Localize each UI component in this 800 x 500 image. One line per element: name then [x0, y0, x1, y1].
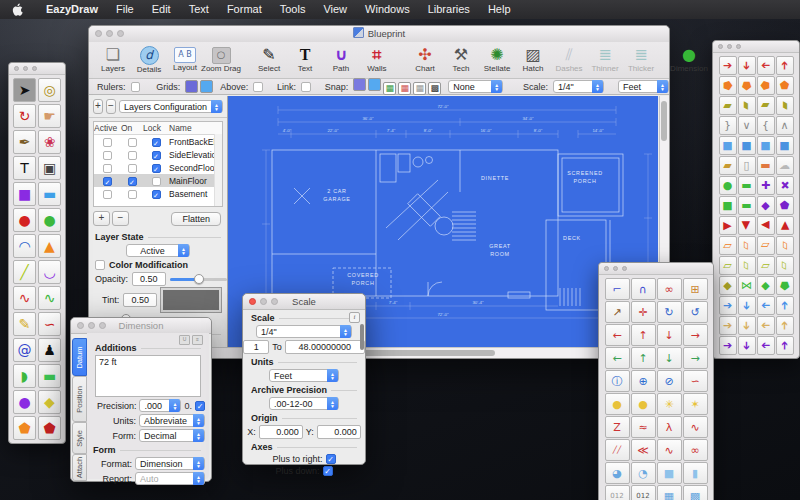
tool-measure-diagonal-icon[interactable]: ↗: [605, 301, 630, 323]
tool-pie-half-icon[interactable]: ◔: [631, 462, 656, 484]
tool-banner-right-icon[interactable]: ▰: [719, 96, 737, 115]
menu-file[interactable]: File: [107, 0, 143, 19]
palette-title-bar[interactable]: [9, 63, 65, 75]
tool-grid-fine-icon[interactable]: ▦: [657, 485, 682, 500]
opacity-slider[interactable]: [170, 278, 227, 281]
dimension-title-bar[interactable]: Dimension: [71, 318, 211, 334]
tool-freehand-curve-icon[interactable]: ∽: [38, 312, 61, 336]
tool-rounded-square-icon[interactable]: ■: [657, 462, 682, 484]
toolbar-chart[interactable]: ✣Chart: [407, 44, 443, 74]
scale-value-dropdown[interactable]: 1/4"▲▼: [256, 325, 352, 338]
tool-ellipse-green-icon[interactable]: ●: [719, 176, 737, 195]
layer-row-SecondFloor[interactable]: ✓SecondFloor: [94, 161, 222, 174]
tool-info-note-icon[interactable]: ⓘ: [605, 370, 630, 392]
tool-blob-rotate-icon[interactable]: ●: [13, 390, 36, 414]
tool-diamond-purple-icon[interactable]: ◆: [757, 196, 775, 215]
tool-cross-purple-icon[interactable]: ✚: [757, 176, 775, 195]
tool-pie-quarter-icon[interactable]: ◕: [605, 462, 630, 484]
toolbar-path[interactable]: ∪Path: [323, 44, 359, 74]
tool-text-icon[interactable]: T: [13, 156, 36, 180]
scale-title-bar[interactable]: Scale: [243, 294, 365, 310]
on-checkbox[interactable]: ✓: [128, 177, 137, 186]
form-dropdown[interactable]: Decimal▲▼: [139, 429, 205, 442]
snap-sw-swatch-3[interactable]: ▦: [398, 82, 411, 95]
tool-polygon-icon[interactable]: ⬟: [38, 416, 61, 440]
tool-para-4-icon[interactable]: ▱: [776, 256, 794, 275]
tool-banner-up-icon[interactable]: ▰: [776, 96, 794, 115]
rulers-checkbox[interactable]: [131, 82, 141, 92]
layer-row-Basement[interactable]: ✓Basement: [94, 187, 222, 200]
tool-cross-notch-purple-icon[interactable]: ✚: [776, 176, 794, 195]
tool-callout-down-tan-icon[interactable]: ➔: [738, 316, 756, 335]
tool-spiral-icon[interactable]: @: [13, 338, 36, 362]
tab-position[interactable]: Position: [72, 376, 87, 422]
active-checkbox[interactable]: [103, 151, 112, 160]
flatten-button[interactable]: Flatten: [171, 212, 221, 226]
minimize-button[interactable]: [260, 298, 267, 305]
traffic-lights[interactable]: [95, 30, 124, 37]
toolbar-tech[interactable]: ⚒Tech: [443, 44, 479, 74]
on-checkbox[interactable]: [128, 138, 137, 147]
tool-bowtie-icon[interactable]: ⋈: [738, 276, 756, 295]
tool-vee-curve-icon[interactable]: ◡: [38, 260, 61, 284]
snap-sw-swatch-4[interactable]: ▦: [413, 82, 426, 95]
tool-brace-right-icon[interactable]: }: [719, 116, 737, 135]
tool-crescent-icon[interactable]: ◗: [13, 364, 36, 388]
grids-sw-swatch-0[interactable]: [185, 80, 198, 93]
menu-libraries[interactable]: Libraries: [419, 0, 479, 19]
tool-para-3-icon[interactable]: ▱: [757, 256, 775, 275]
report-dropdown[interactable]: Auto▲▼: [135, 472, 205, 485]
layer-row-SideElevation[interactable]: ✓SideElevation: [94, 148, 222, 161]
on-checkbox[interactable]: [128, 151, 137, 160]
tool-cloud-icon[interactable]: ☁: [776, 156, 794, 175]
tool-add-note-icon[interactable]: ⊕: [631, 370, 656, 392]
tab-attach[interactable]: Attach: [72, 454, 87, 481]
tool-align-up-icon[interactable]: ↑: [631, 347, 656, 369]
tool-arrow-left-purple-icon[interactable]: ➔: [757, 336, 775, 355]
tool-pentagon-purple-icon[interactable]: ⬟: [776, 196, 794, 215]
menu-help[interactable]: Help: [479, 0, 520, 19]
tool-pent-arrow-down-icon[interactable]: ⬟: [738, 76, 756, 95]
tool-pencil-icon[interactable]: ✎: [13, 312, 36, 336]
tool-lens-icon[interactable]: ◆: [719, 276, 737, 295]
tool-dumbbell-link-icon[interactable]: ∞: [657, 278, 682, 300]
tool-cube-1-icon[interactable]: ■: [719, 136, 737, 155]
tool-rotate-icon[interactable]: ↻: [13, 104, 36, 128]
lock-checkbox[interactable]: ✓: [152, 190, 161, 199]
ratio-left-field[interactable]: 1: [243, 340, 269, 354]
tool-brace-left-icon[interactable]: {: [757, 116, 775, 135]
tool-arrow-left-red-icon[interactable]: ➔: [757, 56, 775, 75]
tool-arrow-left-blue-icon[interactable]: ➔: [757, 296, 775, 315]
active-checkbox[interactable]: [103, 138, 112, 147]
zoom-button[interactable]: [271, 298, 278, 305]
tool-arrow-down-blue-icon[interactable]: ➔: [738, 296, 756, 315]
tool-pent-arrow-right-icon[interactable]: ⬟: [719, 76, 737, 95]
tool-tri-up-icon[interactable]: ▶: [776, 216, 794, 235]
layer-row-FrontBackElevation[interactable]: ✓FrontBackElevation: [94, 135, 222, 148]
plus-right-checkbox[interactable]: ✓: [326, 454, 336, 464]
tool-zigzag-red-icon[interactable]: Z: [605, 416, 630, 438]
tool-handle-right-icon[interactable]: →: [683, 324, 708, 346]
tool-squiggle-icon[interactable]: ∿: [657, 439, 682, 461]
mini-buttons[interactable]: U≡: [179, 335, 203, 345]
toolbar-layers[interactable]: ❏Layers: [95, 44, 131, 74]
snap-sw-swatch-0[interactable]: [353, 78, 366, 91]
tool-callout-oval-icon[interactable]: ●: [605, 393, 630, 415]
tool-arrow-down-red-icon[interactable]: ➔: [738, 56, 756, 75]
lock-checkbox[interactable]: [152, 177, 161, 186]
tool-brace-up-icon[interactable]: ∧: [776, 116, 794, 135]
layers-scrollbar[interactable]: [214, 134, 222, 206]
tool-diamond-green-icon[interactable]: ◆: [757, 276, 775, 295]
close-button[interactable]: [95, 30, 102, 37]
tool-wave-arrow-icon[interactable]: ∿: [683, 416, 708, 438]
on-checkbox[interactable]: [128, 164, 137, 173]
archive-precision-dropdown[interactable]: .00-12-00▲▼: [269, 397, 339, 410]
menu-text[interactable]: Text: [180, 0, 218, 19]
units-dropdown[interactable]: Abbreviate▲▼: [139, 414, 205, 427]
tool-round-rect-green-icon[interactable]: ▬: [738, 176, 756, 195]
close-button[interactable]: [77, 322, 84, 329]
main-title-bar[interactable]: Blueprint: [89, 26, 669, 43]
tool-circle-icon[interactable]: ●: [13, 208, 36, 232]
tool-arrow-right-blue-icon[interactable]: ➔: [719, 296, 737, 315]
toolbar-text[interactable]: TText: [287, 44, 323, 74]
